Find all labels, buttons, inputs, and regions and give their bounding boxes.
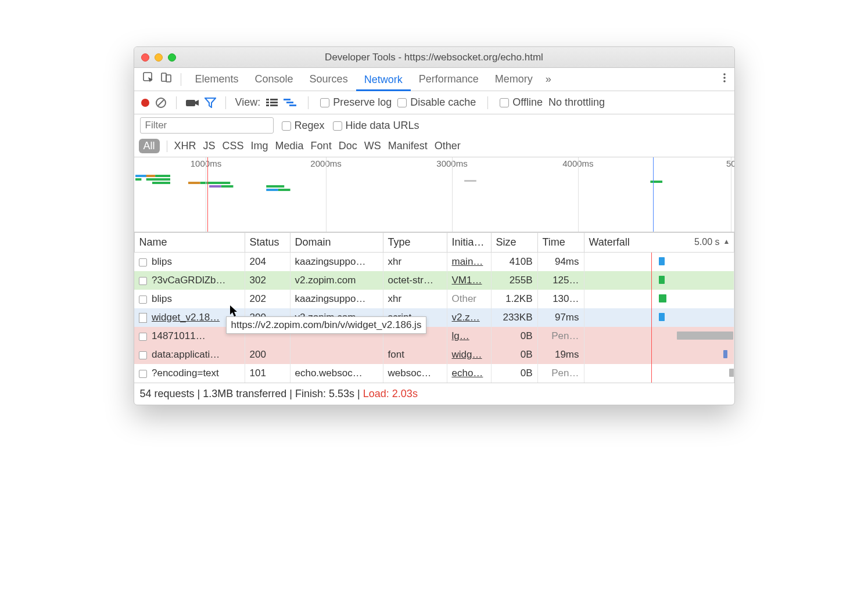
initiator-link[interactable]: widg…: [452, 349, 482, 360]
filter-icon[interactable]: [205, 98, 216, 108]
tab-console[interactable]: Console: [247, 73, 302, 85]
table-row[interactable]: blips204kaazingsuppo…xhrmain…410B94ms: [134, 253, 734, 272]
table-row[interactable]: 14871011…lg…0BPen…: [134, 327, 734, 345]
initiator-link[interactable]: main…: [452, 256, 483, 267]
cell-waterfall: [584, 308, 734, 327]
more-tabs-button[interactable]: »: [541, 73, 556, 85]
col-status[interactable]: Status: [245, 233, 290, 253]
document-icon: [139, 313, 147, 323]
preserve-log-checkbox[interactable]: Preserve log: [320, 96, 392, 109]
svg-rect-16: [286, 102, 293, 103]
tab-sources[interactable]: Sources: [302, 73, 356, 85]
cell-time: Pen…: [537, 327, 584, 345]
cell-initiator: lg…: [447, 327, 491, 345]
tick-line: [731, 157, 731, 232]
initiator-link[interactable]: echo…: [452, 368, 483, 379]
waterfall-bar: [729, 369, 734, 377]
timeline-overview[interactable]: 1000ms2000ms3000ms4000ms50: [134, 157, 734, 232]
svg-rect-20: [155, 175, 170, 177]
filter-input[interactable]: [140, 117, 274, 134]
filter-ws[interactable]: WS: [364, 140, 381, 152]
regex-checkbox[interactable]: Regex: [282, 120, 325, 132]
cell-name[interactable]: blips: [134, 253, 245, 272]
large-rows-icon[interactable]: [266, 98, 278, 107]
tab-network[interactable]: Network: [356, 68, 411, 91]
cell-domain: v2.zopim.com: [290, 271, 383, 290]
cell-size: 233KB: [491, 308, 537, 327]
waterfall-label: Waterfall: [589, 236, 630, 248]
disable-cache-checkbox[interactable]: Disable cache: [397, 96, 476, 109]
filter-other[interactable]: Other: [435, 140, 461, 152]
offline-label: Offline: [512, 96, 543, 108]
svg-rect-2: [166, 75, 171, 82]
domcontent-line: [653, 157, 654, 232]
initiator-link[interactable]: Other: [452, 293, 477, 304]
table-row[interactable]: widget_v2.18…200v2.zopim.comscriptv2.z…2…: [134, 308, 734, 327]
svg-rect-1: [162, 73, 166, 81]
resource-icon: [139, 296, 147, 304]
waterfall-bar: [659, 294, 666, 302]
tab-elements[interactable]: Elements: [187, 73, 247, 85]
cell-initiator: v2.z…: [447, 308, 491, 327]
col-time[interactable]: Time: [537, 233, 584, 253]
cell-name[interactable]: blips: [134, 290, 245, 308]
svg-rect-19: [146, 175, 155, 177]
offline-checkbox[interactable]: Offline: [500, 96, 543, 109]
inspect-element-icon[interactable]: [140, 72, 157, 87]
status-bar: 54 requests | 1.3MB transferred | Finish…: [134, 383, 734, 405]
cell-type: websoc…: [383, 364, 447, 383]
col-waterfall[interactable]: Waterfall 5.00 s ▲: [584, 233, 734, 253]
tick-line: [452, 157, 453, 232]
col-size[interactable]: Size: [491, 233, 537, 253]
cell-name[interactable]: ?3vCaGRDlZb…: [134, 271, 245, 290]
col-name[interactable]: Name: [134, 233, 245, 253]
svg-rect-14: [270, 105, 278, 106]
throttling-select[interactable]: No throttling: [548, 96, 605, 109]
waterfall-view-icon[interactable]: [284, 98, 296, 107]
table-row[interactable]: ?3vCaGRDlZb…302v2.zopim.comoctet-str…VM1…: [134, 271, 734, 290]
capture-screenshots-icon[interactable]: [186, 98, 199, 107]
waterfall-time: 5.00 s: [694, 237, 720, 247]
cell-name[interactable]: data:applicati…: [134, 345, 245, 364]
regex-label: Regex: [295, 120, 325, 131]
hide-data-urls-checkbox[interactable]: Hide data URLs: [333, 120, 419, 132]
filter-xhr[interactable]: XHR: [174, 140, 196, 152]
table-row[interactable]: ?encoding=text101echo.websoc…websoc…echo…: [134, 364, 734, 383]
tab-memory[interactable]: Memory: [487, 73, 541, 85]
filter-font[interactable]: Font: [311, 140, 332, 152]
filter-doc[interactable]: Doc: [339, 140, 357, 152]
clear-icon[interactable]: [155, 97, 167, 109]
record-button[interactable]: [141, 99, 149, 107]
col-type[interactable]: Type: [383, 233, 447, 253]
cell-time: 97ms: [537, 308, 584, 327]
network-toolbar: View: Preserve log Disable cache Offline…: [134, 91, 734, 114]
initiator-link[interactable]: VM1…: [452, 275, 482, 286]
cell-name[interactable]: ?encoding=text: [134, 364, 245, 383]
waterfall-bar: [659, 313, 665, 321]
window-title: Developer Tools - https://websocket.org/…: [134, 52, 734, 63]
table-row[interactable]: data:applicati…200fontwidg…0B19ms: [134, 345, 734, 364]
filter-all[interactable]: All: [139, 139, 160, 153]
filter-img[interactable]: Img: [251, 140, 268, 152]
cell-waterfall: [584, 271, 734, 290]
filter-media[interactable]: Media: [275, 140, 304, 152]
svg-point-5: [723, 80, 726, 82]
settings-kebab-icon[interactable]: [720, 72, 729, 87]
initiator-link[interactable]: lg…: [452, 330, 469, 341]
resource-icon: [139, 277, 147, 285]
tab-performance[interactable]: Performance: [411, 73, 487, 85]
filter-js[interactable]: JS: [203, 140, 216, 152]
waterfall-bar: [659, 257, 665, 265]
table-row[interactable]: blips202kaazingsuppo…xhrOther1.2KB130…: [134, 290, 734, 308]
col-initiator[interactable]: Initia…: [447, 233, 491, 253]
svg-rect-30: [278, 189, 290, 191]
svg-rect-29: [266, 189, 278, 191]
col-domain[interactable]: Domain: [290, 233, 383, 253]
initiator-link[interactable]: v2.z…: [452, 312, 480, 323]
svg-rect-31: [464, 180, 476, 182]
filter-manifest[interactable]: Manifest: [388, 140, 428, 152]
cell-size: 1.2KB: [491, 290, 537, 308]
device-toolbar-icon[interactable]: [157, 72, 175, 87]
filter-css[interactable]: CSS: [223, 140, 244, 152]
tick-line: [206, 157, 206, 232]
